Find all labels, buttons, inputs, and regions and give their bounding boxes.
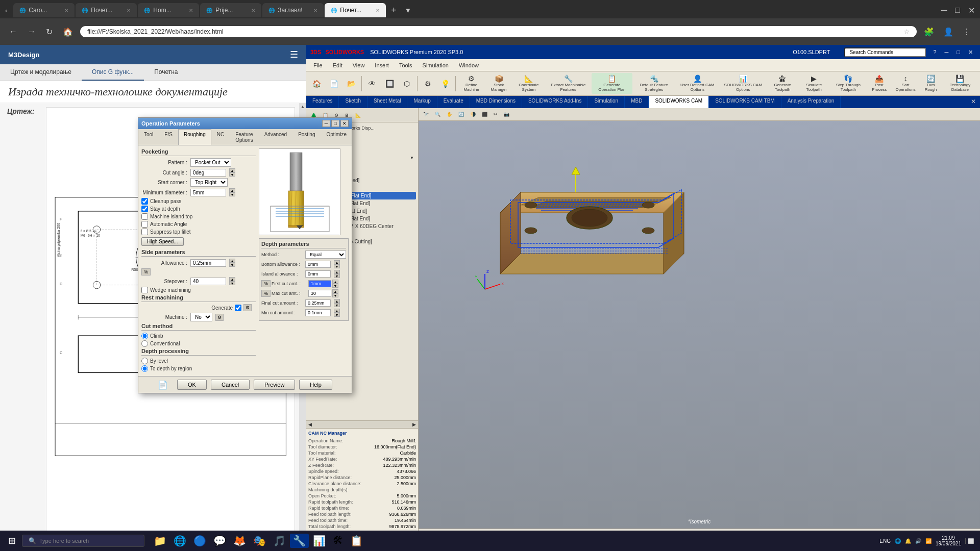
back-button[interactable]: ←	[6, 25, 20, 38]
sw-search-input[interactable]	[844, 47, 926, 57]
extensions-button[interactable]: 🧩	[921, 25, 937, 39]
toolbar-generate-toolpath[interactable]: 🛣 Generate Toolpath	[767, 73, 798, 94]
island-allow-down[interactable]: ▼	[334, 274, 340, 278]
first-cut-pct[interactable]: %	[261, 280, 271, 287]
dialog-tab-posting[interactable]: Posting	[292, 129, 321, 145]
taskbar-item-11[interactable]: 📋	[347, 534, 366, 548]
close-icon[interactable]: ✕	[251, 8, 255, 13]
allowance-input[interactable]	[190, 259, 226, 267]
tab-caro[interactable]: 🌐 Caro... ✕	[13, 3, 75, 17]
tree-nav-right[interactable]: ▶	[412, 422, 416, 427]
menu-edit[interactable]: Edit	[328, 61, 348, 69]
tab-markup[interactable]: Markup	[407, 96, 437, 108]
tab-pochet-active[interactable]: 🌐 Почет... ✕	[325, 3, 386, 17]
final-cut-down[interactable]: ▼	[334, 303, 340, 307]
menu-window[interactable]: Window	[454, 61, 484, 69]
vt-cam[interactable]: 📐	[353, 112, 363, 119]
dialog-maximize-button[interactable]: □	[331, 120, 339, 127]
toolbar-default-strategies[interactable]: 🔩 Default Feature Strategies	[633, 73, 675, 94]
allowance-down[interactable]: ▼	[229, 263, 235, 267]
taskbar-viber[interactable]: 💬	[210, 534, 229, 548]
suppress-fillet-checkbox[interactable]	[141, 229, 148, 235]
min-cut-input[interactable]	[305, 309, 331, 316]
settings-button[interactable]: ⋮	[960, 25, 974, 39]
menu-view[interactable]: View	[348, 61, 370, 69]
machine-select[interactable]: No	[190, 313, 212, 321]
tab-sw-addins[interactable]: SOLIDWORKS Add-Ins	[522, 96, 588, 108]
address-bar[interactable]: file:///F:/Skolska_2021_2022/Web/haas/in…	[80, 26, 917, 37]
hamburger-icon[interactable]: ☰	[290, 49, 298, 60]
tab-sw-cam[interactable]: SOLIDWORKS CAM	[649, 96, 709, 108]
stepover-input[interactable]	[190, 278, 226, 285]
toolbar-cam-options[interactable]: 📊 SOLIDWORKS CAM Options	[720, 73, 766, 94]
cancel-button[interactable]: Cancel	[211, 380, 250, 390]
allowance-up[interactable]: ▲	[229, 259, 235, 263]
stepover-up[interactable]: ▲	[229, 277, 235, 281]
star-icon[interactable]: ☆	[904, 28, 910, 35]
pattern-select[interactable]: Pocket Out	[190, 158, 231, 167]
tab-features[interactable]: Features	[306, 96, 339, 108]
stay-at-depth-checkbox[interactable]	[141, 206, 148, 212]
first-cut-up[interactable]: ▲	[332, 280, 338, 284]
taskbar-network-icon[interactable]: 📶	[925, 538, 932, 544]
to-depth-radio[interactable]	[141, 365, 148, 372]
tab-close-active-icon[interactable]: ✕	[376, 8, 380, 13]
tab-evaluate[interactable]: Evaluate	[437, 96, 470, 108]
show-desktop-button[interactable]: ⬜	[965, 538, 976, 544]
tab-sw-cam-tbm[interactable]: SOLIDWORKS CAM TBM	[709, 96, 781, 108]
bottom-allow-down[interactable]: ▼	[334, 264, 340, 268]
taskbar-edge[interactable]: 🔵	[190, 534, 209, 548]
taskbar-item-10[interactable]: 🛠	[330, 534, 346, 548]
dialog-tab-nc[interactable]: NC	[211, 129, 230, 145]
toolbar-user-defined[interactable]: 👤 User Defined CAM Options	[676, 73, 719, 94]
taskbar-opera[interactable]: 🎭	[250, 534, 269, 548]
min-diameter-input[interactable]	[190, 189, 226, 196]
tab-prije[interactable]: 🌐 Prije... ✕	[200, 3, 261, 17]
toolbar-open[interactable]: 📂	[343, 78, 359, 89]
max-cut-pct[interactable]: %	[261, 290, 271, 297]
toolbar-home[interactable]: 🏠	[308, 78, 325, 89]
nav-back[interactable]: ‹	[2, 5, 10, 16]
sw-close-icon[interactable]: ✕	[965, 48, 976, 57]
toolbar-tech-db[interactable]: 💾 Technology Database	[942, 73, 978, 94]
nav-pocetna[interactable]: Почетна	[144, 64, 188, 81]
first-cut-input[interactable]	[308, 280, 331, 287]
dialog-tab-roughing[interactable]: Roughing	[178, 129, 211, 145]
toolbar-new[interactable]: 📄	[326, 78, 342, 89]
close-button[interactable]: ✕	[965, 4, 978, 17]
sw-minimize-icon[interactable]: ─	[942, 48, 952, 57]
start-button[interactable]: ⊞	[4, 533, 20, 548]
preview-button[interactable]: Preview	[254, 380, 295, 390]
toolbar-coordinate-system[interactable]: 📐 Coordinate System	[512, 73, 545, 94]
cleanup-pass-checkbox[interactable]	[141, 198, 148, 205]
vt-camera[interactable]: 📷	[501, 111, 512, 118]
nav-opis[interactable]: Опис G функ...	[82, 64, 144, 81]
conventional-radio[interactable]	[141, 340, 148, 347]
cut-angle-up[interactable]: ▲	[229, 168, 235, 172]
minimize-button[interactable]: ─	[938, 4, 950, 17]
bottom-allow-input[interactable]	[305, 261, 331, 268]
cut-angle-down[interactable]: ▼	[229, 172, 235, 177]
wedge-machining-checkbox[interactable]	[141, 287, 148, 293]
toolbar-simulate-toolpath[interactable]: ▶ Simulate Toolpath	[799, 73, 829, 94]
nav-crtez[interactable]: Цртеж и моделирање	[0, 64, 82, 81]
max-cut-input[interactable]	[308, 290, 331, 297]
dialog-tab-feature-options[interactable]: Feature Options	[230, 129, 258, 145]
dialog-tab-tool[interactable]: Tool	[138, 129, 159, 145]
toolbar-step-through[interactable]: 👣 Step Through Toolpath	[829, 73, 867, 94]
close-icon[interactable]: ✕	[189, 8, 193, 13]
island-allow-input[interactable]	[305, 270, 331, 278]
vt-zoom[interactable]: 🔍	[432, 111, 443, 118]
dialog-minimize-button[interactable]: ─	[322, 120, 330, 127]
new-tab-button[interactable]: +	[387, 5, 401, 16]
vt-shade[interactable]: 🌗	[468, 111, 478, 118]
account-button[interactable]: 👤	[940, 25, 957, 39]
first-cut-down[interactable]: ▼	[332, 284, 338, 288]
tab-pochet1[interactable]: 🌐 Почет... ✕	[76, 3, 137, 17]
allowance-pct-btn[interactable]: %	[141, 268, 151, 276]
min-diam-down[interactable]: ▼	[229, 192, 235, 196]
toolbar-turn-rough[interactable]: 🔄 Turn Rough	[920, 73, 942, 94]
taskbar-chrome[interactable]: 🌐	[170, 534, 189, 548]
tab-collapse-icon[interactable]: ✕	[967, 96, 980, 108]
forward-button[interactable]: →	[24, 25, 39, 38]
